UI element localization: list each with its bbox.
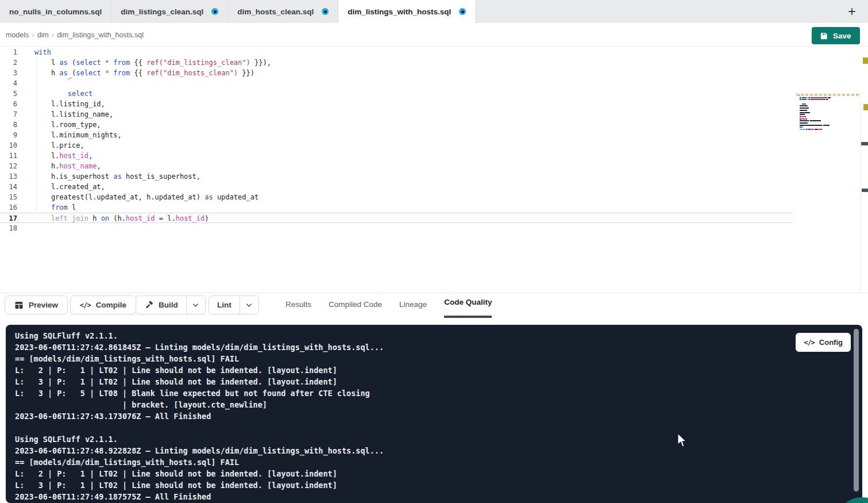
terminal-line: Using SQLFluff v2.1.1. bbox=[15, 433, 862, 445]
terminal-log: Using SQLFluff v2.1.1.2023-06-06T11:27:4… bbox=[15, 330, 862, 502]
build-button-group: Build bbox=[136, 295, 206, 314]
lint-warning-marker[interactable] bbox=[863, 57, 868, 64]
code-line: 16 from l bbox=[0, 202, 793, 213]
compile-button[interactable]: </> Compile bbox=[70, 295, 136, 314]
code-text: l.listing_id, bbox=[34, 99, 105, 109]
code-text: greatest(l.updated_at, h.updated_at) as … bbox=[34, 192, 259, 202]
terminal-line: 2023-06-06T11:27:49.187575Z — All Finish… bbox=[15, 491, 862, 502]
line-number: 5 bbox=[0, 89, 17, 99]
terminal-line: == [models/dim/dim_listings_with_hosts.s… bbox=[15, 353, 862, 364]
code-line: 13 h.is_superhost as host_is_superhost, bbox=[0, 171, 793, 182]
minimap-viewport[interactable] bbox=[796, 94, 859, 96]
editor-tab[interactable]: dim_listings_clean.sql bbox=[111, 0, 228, 23]
build-label: Build bbox=[159, 301, 178, 309]
new-tab-button[interactable]: + bbox=[844, 3, 860, 20]
lint-button[interactable]: Lint bbox=[209, 296, 240, 314]
line-number: 12 bbox=[0, 161, 17, 171]
code-line: 11 l.host_id, bbox=[0, 151, 793, 161]
terminal-scrollbar[interactable] bbox=[854, 329, 859, 492]
panel-tab-code-quality[interactable]: Code Quality bbox=[444, 293, 492, 318]
editor-tab[interactable]: dim_hosts_clean.sql bbox=[228, 0, 338, 23]
line-number: 18 bbox=[0, 223, 17, 233]
code-text: h as (select * from {{ ref("dim_hosts_cl… bbox=[34, 68, 254, 78]
scroll-position-marker[interactable] bbox=[862, 189, 868, 192]
action-toolbar: Preview </> Compile Build Lint bbox=[0, 293, 868, 322]
terminal-line: 2023-06-06T11:27:43.173076Z — All Finish… bbox=[15, 410, 862, 422]
build-dropdown-button[interactable] bbox=[186, 296, 205, 314]
editor-tab-bar: no_nulls_in_columns.sqldim_listings_clea… bbox=[0, 0, 868, 23]
config-label: Config bbox=[819, 338, 843, 347]
code-line: 2 l as (select * from {{ ref("dim_listin… bbox=[0, 57, 793, 68]
terminal-line: L: 3 | P: 1 | LT02 | Line should not be … bbox=[15, 479, 862, 491]
terminal-line: Using SQLFluff v2.1.1. bbox=[15, 330, 862, 341]
unsaved-changes-dot-icon bbox=[322, 8, 329, 15]
preview-button[interactable]: Preview bbox=[5, 295, 68, 314]
scroll-indicator[interactable] bbox=[861, 142, 868, 145]
line-number: 9 bbox=[0, 130, 17, 140]
lint-button-group: Lint bbox=[209, 295, 259, 314]
code-line: 15 greatest(l.updated_at, h.updated_at) … bbox=[0, 192, 793, 202]
table-icon bbox=[14, 301, 24, 310]
terminal-line: L: 2 | P: 1 | LT02 | Line should not be … bbox=[15, 364, 862, 376]
lint-dropdown-button[interactable] bbox=[240, 296, 259, 314]
line-number: 15 bbox=[0, 192, 17, 202]
code-line: 8 l.room_type, bbox=[0, 120, 793, 130]
line-number: 14 bbox=[0, 182, 17, 192]
compile-label: Compile bbox=[96, 301, 126, 309]
chevron-down-icon bbox=[245, 301, 253, 309]
code-line: 6 l.listing_id, bbox=[0, 99, 793, 109]
code-text: l as (select * from {{ ref("dim_listings… bbox=[34, 57, 271, 68]
line-number: 2 bbox=[0, 57, 17, 68]
code-text: l.price, bbox=[34, 140, 84, 151]
file-header: models›dim›dim_listings_with_hosts.sql S… bbox=[0, 23, 868, 47]
panel-tab-compiled-code[interactable]: Compiled Code bbox=[329, 293, 382, 318]
build-button[interactable]: Build bbox=[136, 296, 186, 314]
panel-tab-results[interactable]: Results bbox=[286, 293, 311, 318]
line-number: 13 bbox=[0, 171, 17, 182]
line-number: 17 bbox=[0, 213, 17, 222]
code-line: 14 l.created_at, bbox=[0, 182, 793, 192]
code-brackets-icon: </> bbox=[804, 339, 815, 347]
breadcrumb-separator-icon: › bbox=[52, 30, 54, 39]
unsaved-changes-dot-icon bbox=[211, 8, 218, 15]
lint-output-terminal: Using SQLFluff v2.1.1.2023-06-06T11:27:4… bbox=[6, 325, 862, 503]
lint-label: Lint bbox=[217, 301, 232, 309]
line-number: 16 bbox=[0, 202, 17, 213]
code-brackets-icon: </> bbox=[80, 301, 91, 309]
save-button[interactable]: Save bbox=[812, 27, 860, 44]
code-line: 3 h as (select * from {{ ref("dim_hosts_… bbox=[0, 68, 793, 78]
hammer-icon bbox=[144, 301, 153, 310]
code-line: 1with bbox=[0, 47, 793, 57]
line-number: 11 bbox=[0, 151, 17, 161]
terminal-line: == [models/dim/dim_listings_with_hosts.s… bbox=[15, 456, 862, 468]
panel-tab-lineage[interactable]: Lineage bbox=[399, 293, 427, 318]
chevron-down-icon bbox=[192, 301, 199, 309]
line-number: 6 bbox=[0, 99, 17, 109]
code-text: select bbox=[34, 89, 92, 99]
code-lines: 1with2 l as (select * from {{ ref("dim_l… bbox=[0, 47, 793, 233]
code-line: 9 l.minimum_nights, bbox=[0, 130, 793, 140]
tab-label: dim_listings_with_hosts.sql bbox=[348, 7, 451, 16]
breadcrumb-item: dim bbox=[37, 31, 49, 39]
line-number: 7 bbox=[0, 109, 17, 120]
code-line: 12 h.host_name, bbox=[0, 161, 793, 171]
breadcrumb-item: dim_listings_with_hosts.sql bbox=[57, 31, 144, 39]
sql-code-editor[interactable]: 1with2 l as (select * from {{ ref("dim_l… bbox=[0, 47, 868, 293]
minimap[interactable] bbox=[797, 95, 841, 133]
save-button-label: Save bbox=[833, 32, 851, 40]
terminal-line: L: 3 | P: 1 | LT02 | Line should not be … bbox=[15, 376, 862, 387]
config-button[interactable]: </> Config bbox=[796, 333, 851, 352]
warning-marker[interactable] bbox=[863, 104, 868, 110]
breadcrumb-item: models bbox=[6, 31, 29, 39]
editor-tab[interactable]: no_nulls_in_columns.sql bbox=[0, 0, 111, 23]
editor-tab[interactable]: dim_listings_with_hosts.sql bbox=[338, 0, 475, 23]
code-text: from l bbox=[34, 202, 76, 213]
code-line: 18 bbox=[0, 223, 793, 233]
terminal-line bbox=[15, 422, 862, 433]
code-line: 5 select bbox=[0, 89, 793, 99]
line-number: 10 bbox=[0, 140, 17, 151]
code-text: l.room_type, bbox=[34, 120, 101, 130]
panel-tabs: ResultsCompiled CodeLineageCode Quality bbox=[286, 293, 492, 318]
line-number: 4 bbox=[0, 78, 17, 89]
line-number: 1 bbox=[0, 47, 17, 57]
